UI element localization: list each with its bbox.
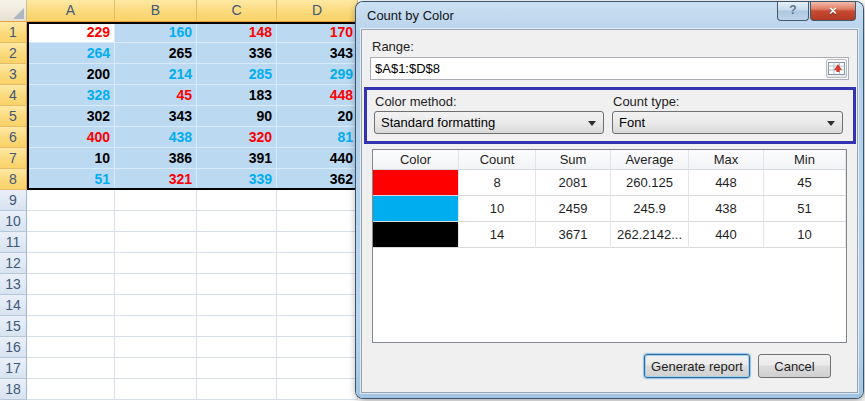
grid-cell-c6[interactable]: 320 [197,127,277,148]
grid-cell-a7[interactable]: 10 [27,148,115,169]
grid-cell-d6[interactable]: 81 [277,127,358,148]
grid-cell[interactable] [197,253,277,274]
help-button[interactable]: ? [777,2,809,21]
grid-cell-c1[interactable]: 148 [197,22,277,43]
column-header-count[interactable]: Count [459,150,536,169]
grid-cell-c5[interactable]: 90 [197,106,277,127]
grid-cell[interactable] [115,295,197,316]
table-row-red[interactable]: 8 2081 260.125 448 45 [373,170,846,196]
row-header-14[interactable]: 14 [0,295,27,316]
count-type-dropdown[interactable]: Font [612,111,843,134]
grid-cell[interactable] [277,337,358,358]
grid-cell[interactable] [115,253,197,274]
grid-cell[interactable] [277,211,358,232]
grid-cell-c3[interactable]: 285 [197,64,277,85]
column-header-max[interactable]: Max [689,150,764,169]
row-header-16[interactable]: 16 [0,337,27,358]
grid-cell[interactable] [115,337,197,358]
grid-cell-b7[interactable]: 386 [115,148,197,169]
grid-cell-b6[interactable]: 438 [115,127,197,148]
row-header-10[interactable]: 10 [0,211,27,232]
grid-cell[interactable] [197,337,277,358]
grid-cell-d7[interactable]: 440 [277,148,358,169]
grid-cell[interactable] [115,190,197,211]
grid-cell[interactable] [115,274,197,295]
grid-cell-c2[interactable]: 336 [197,43,277,64]
generate-report-button[interactable]: Generate report [644,354,750,378]
grid-cell-a6[interactable]: 400 [27,127,115,148]
grid-cell-d4[interactable]: 448 [277,85,358,106]
row-header-2[interactable]: 2 [0,43,27,64]
column-header-c[interactable]: C [197,0,277,22]
grid-cell[interactable] [27,379,115,400]
grid-cell-a3[interactable]: 200 [27,64,115,85]
grid-cell-a8[interactable]: 51 [27,169,115,190]
grid-cell[interactable] [27,358,115,379]
grid-cell-b8[interactable]: 321 [115,169,197,190]
row-header-13[interactable]: 13 [0,274,27,295]
grid-cell-c4[interactable]: 183 [197,85,277,106]
range-picker-button[interactable] [826,59,847,78]
row-header-18[interactable]: 18 [0,379,27,400]
grid-cell[interactable] [277,190,358,211]
row-header-7[interactable]: 7 [0,148,27,169]
select-all-corner[interactable] [0,0,27,22]
row-header-3[interactable]: 3 [0,64,27,85]
grid-cell-a2[interactable]: 264 [27,43,115,64]
grid-cell[interactable] [197,211,277,232]
grid-cell-b3[interactable]: 214 [115,64,197,85]
grid-cell[interactable] [115,232,197,253]
row-header-1[interactable]: 1 [0,22,27,43]
grid-cell[interactable] [115,316,197,337]
column-header-b[interactable]: B [115,0,197,22]
grid-cell[interactable] [197,274,277,295]
grid-cell-c7[interactable]: 391 [197,148,277,169]
grid-cell-d1[interactable]: 170 [277,22,358,43]
row-header-12[interactable]: 12 [0,253,27,274]
grid-cell[interactable] [115,379,197,400]
column-header-average[interactable]: Average [611,150,689,169]
grid-cell[interactable] [197,232,277,253]
grid-cell-d5[interactable]: 20 [277,106,358,127]
grid-cell[interactable] [27,190,115,211]
grid-cell[interactable] [115,358,197,379]
grid-cell-b5[interactable]: 343 [115,106,197,127]
grid-cell[interactable] [27,295,115,316]
grid-cell[interactable] [27,316,115,337]
grid-cell-b1[interactable]: 160 [115,22,197,43]
grid-cell[interactable] [277,316,358,337]
grid-cell[interactable] [277,379,358,400]
close-button[interactable]: × [810,2,856,21]
grid-cell[interactable] [197,190,277,211]
table-row-blue[interactable]: 10 2459 245.9 438 51 [373,196,846,222]
column-header-sum[interactable]: Sum [536,150,611,169]
grid-cell[interactable] [277,358,358,379]
grid-cell-d2[interactable]: 343 [277,43,358,64]
grid-cell-a5[interactable]: 302 [27,106,115,127]
grid-cell-a4[interactable]: 328 [27,85,115,106]
grid-cell[interactable] [277,295,358,316]
grid-cell[interactable] [197,295,277,316]
grid-cell[interactable] [277,232,358,253]
color-method-dropdown[interactable]: Standard formatting [374,111,604,134]
grid-cell[interactable] [27,337,115,358]
column-header-d[interactable]: D [277,0,358,22]
row-header-4[interactable]: 4 [0,85,27,106]
row-header-9[interactable]: 9 [0,190,27,211]
row-header-8[interactable]: 8 [0,169,27,190]
grid-cell-c8[interactable]: 339 [197,169,277,190]
column-header-color[interactable]: Color [373,150,459,169]
grid-cell[interactable] [277,253,358,274]
row-header-11[interactable]: 11 [0,232,27,253]
table-row-black[interactable]: 14 3671 262.2142... 440 10 [373,222,846,248]
range-input[interactable] [370,57,849,80]
column-header-min[interactable]: Min [764,150,846,169]
grid-cell[interactable] [197,379,277,400]
grid-cell[interactable] [27,232,115,253]
grid-cell[interactable] [27,274,115,295]
grid-cell-d3[interactable]: 299 [277,64,358,85]
grid-cell-b4[interactable]: 45 [115,85,197,106]
row-header-15[interactable]: 15 [0,316,27,337]
cancel-button[interactable]: Cancel [758,354,831,378]
grid-cell-b2[interactable]: 265 [115,43,197,64]
